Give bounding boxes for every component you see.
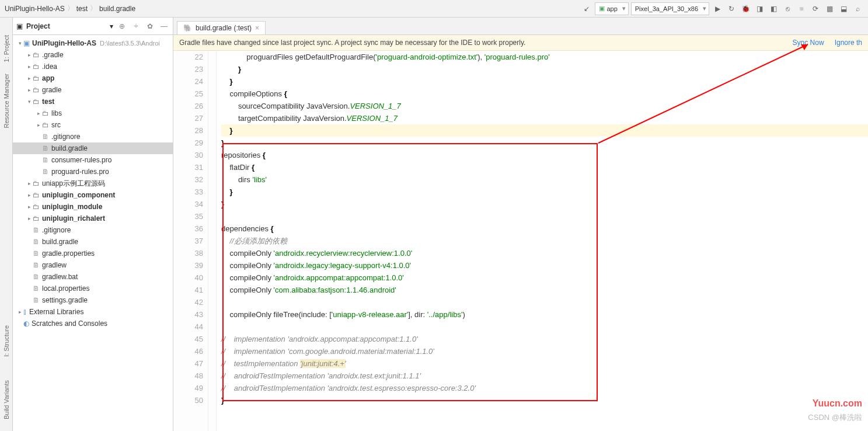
toolbar-actions: ↙ ▣ app Pixel_3a_API_30_x86 ▶ ↻ 🐞 ◨ ◧ ⎋ …: [581, 2, 868, 15]
tree-item-src[interactable]: ▸🗀src: [13, 119, 173, 131]
tree-item-app[interactable]: ▸🗀app: [13, 72, 173, 84]
tree-item-uniapp------[interactable]: ▸🗀uniapp示例工程源码: [13, 178, 173, 189]
tree-item-build-gradle[interactable]: 🗎build.gradle: [13, 142, 173, 154]
watermark-site: Yuucn.com: [813, 398, 862, 409]
line-gutter: 2223242526272829303132333435363738394041…: [173, 51, 208, 431]
sync-notice: Gradle files have changed since last pro…: [173, 35, 868, 51]
tree-item--gradle[interactable]: ▸🗀.gradle: [13, 49, 173, 61]
tree-item-test[interactable]: ▾🗀test: [13, 96, 173, 107]
notice-message: Gradle files have changed since last pro…: [179, 39, 782, 47]
code-editor[interactable]: 2223242526272829303132333435363738394041…: [173, 51, 868, 431]
tree-item--gitignore[interactable]: 🗎.gitignore: [13, 224, 173, 236]
hide-icon[interactable]: —: [159, 21, 169, 32]
collapse-icon[interactable]: ÷: [131, 21, 141, 32]
project-view-icon: ▣: [16, 22, 23, 30]
sync-now-link[interactable]: Sync Now: [793, 39, 824, 47]
breadcrumb-1[interactable]: test: [76, 5, 88, 13]
breadcrumb-2[interactable]: build.gradle: [99, 5, 135, 13]
ignore-link[interactable]: Ignore th: [835, 39, 862, 47]
watermark-csdn: CSDN @棒洗啦: [808, 412, 862, 423]
tree-item-consumer-rules-pro[interactable]: 🗎consumer-rules.pro: [13, 154, 173, 166]
close-icon[interactable]: ×: [255, 24, 259, 32]
tree-item--gitignore[interactable]: 🗎.gitignore: [13, 131, 173, 142]
sync-icon[interactable]: ⟳: [810, 3, 821, 15]
tree-item-libs[interactable]: ▸🗀libs: [13, 107, 173, 119]
tree-item-build-gradle[interactable]: 🗎build.gradle: [13, 236, 173, 248]
breadcrumb-root[interactable]: UniPlugin-Hello-AS: [5, 5, 65, 13]
tab-build-gradle[interactable]: 🐘 build.gradle (:test) ×: [177, 21, 266, 34]
fold-column: [208, 51, 217, 431]
sdk-icon[interactable]: ⬓: [838, 3, 849, 15]
avd-icon[interactable]: ▦: [824, 3, 835, 15]
tree-item-gradlew-bat[interactable]: 🗎gradlew.bat: [13, 271, 173, 283]
gradle-file-icon: 🐘: [183, 24, 192, 32]
stop-icon[interactable]: ■: [796, 3, 807, 15]
debug-icon[interactable]: 🐞: [740, 3, 751, 15]
settings-icon[interactable]: ✿: [145, 21, 155, 32]
tree-item-proguard-rules-pro[interactable]: 🗎proguard-rules.pro: [13, 166, 173, 178]
tree-root[interactable]: ▾▣ UniPlugin-Hello-AS D:\latest\3.5.3\An…: [13, 37, 173, 49]
run-config-dropdown[interactable]: ▣ app: [595, 2, 628, 15]
project-tree: ▾▣ UniPlugin-Hello-AS D:\latest\3.5.3\An…: [13, 35, 173, 332]
attach-icon[interactable]: ⎋: [782, 3, 793, 15]
code-content[interactable]: proguardFiles getDefaultProguardFile('pr…: [217, 51, 868, 431]
tree-item-gradlew[interactable]: 🗎gradlew: [13, 259, 173, 271]
profile-icon[interactable]: ◨: [754, 3, 765, 15]
tree-item-settings-gradle[interactable]: 🗎settings.gradle: [13, 294, 173, 306]
sidebar-title[interactable]: Project: [26, 22, 106, 30]
project-sidebar: ▣ Project ▾ ⊕ ÷ ✿ — ▾▣ UniPlugin-Hello-A…: [13, 18, 173, 431]
tree-item-gradle[interactable]: ▸🗀gradle: [13, 84, 173, 96]
tree-item-uniplugin-richalert[interactable]: ▸🗀uniplugin_richalert: [13, 213, 173, 224]
tree-item--idea[interactable]: ▸🗀.idea: [13, 61, 173, 72]
left-tool-rail: 1: Project Resource Manager I: Structure…: [0, 18, 13, 431]
tree-item-uniplugin-module[interactable]: ▸🗀uniplugin_module: [13, 201, 173, 213]
build-variants-tool[interactable]: Build Variants: [3, 380, 10, 419]
structure-tool[interactable]: I: Structure: [3, 325, 10, 357]
resource-mgr-tool[interactable]: Resource Manager: [3, 74, 10, 128]
tree-item-gradle-properties[interactable]: 🗎gradle.properties: [13, 248, 173, 259]
editor-tabs: 🐘 build.gradle (:test) ×: [173, 18, 868, 35]
run-icon[interactable]: ▶: [712, 3, 723, 15]
device-dropdown[interactable]: Pixel_3a_API_30_x86: [631, 2, 709, 15]
search-icon[interactable]: ⌕: [852, 3, 863, 15]
project-tool[interactable]: 1: Project: [3, 35, 10, 62]
coverage-icon[interactable]: ◧: [768, 3, 779, 15]
editor-area: 🐘 build.gradle (:test) × Gradle files ha…: [173, 18, 868, 431]
top-bar: UniPlugin-Hello-AS 〉 test 〉 build.gradle…: [0, 0, 868, 18]
rerun-icon[interactable]: ↻: [726, 3, 737, 15]
build-icon[interactable]: ↙: [581, 3, 592, 15]
external-libraries[interactable]: ▸⫿External Libraries: [13, 306, 173, 318]
tree-item-local-properties[interactable]: 🗎local.properties: [13, 283, 173, 294]
breadcrumb: UniPlugin-Hello-AS 〉 test 〉 build.gradle: [0, 4, 581, 13]
target-icon[interactable]: ⊕: [117, 21, 127, 32]
tree-item-uniplugin-component[interactable]: ▸🗀uniplugin_component: [13, 189, 173, 201]
scratches[interactable]: ◐Scratches and Consoles: [13, 318, 173, 329]
